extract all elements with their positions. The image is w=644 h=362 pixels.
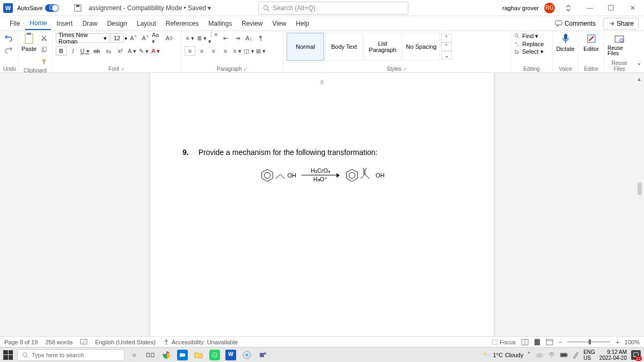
word-taskbar-icon[interactable]: W [225, 350, 236, 360]
document-page[interactable]: 8 9. Provide a mechanism for the followi… [150, 73, 494, 336]
web-layout-button[interactable] [546, 339, 553, 345]
whatsapp-icon[interactable] [209, 350, 220, 360]
tray-chevron-icon[interactable]: ˄ [528, 351, 531, 358]
styles-scroll-down[interactable]: ˅ [441, 42, 452, 51]
clear-format-button[interactable]: A◊ [164, 33, 174, 43]
font-size-select[interactable]: 12 [111, 33, 123, 43]
word-count[interactable]: 258 words [45, 339, 72, 345]
onedrive-icon[interactable] [535, 352, 544, 358]
maximize-button[interactable] [603, 1, 619, 16]
styles-gallery[interactable]: Normal Body Text List Paragraph No Spaci… [287, 33, 452, 61]
menu-mailings[interactable]: Mailings [204, 18, 236, 29]
sort-button[interactable]: A↓ [244, 33, 254, 43]
chrome-icon[interactable] [161, 350, 172, 360]
bold-button[interactable]: B [56, 46, 67, 56]
cortana-icon[interactable]: ○ [129, 350, 140, 360]
find-button[interactable]: Find ▾ [514, 33, 544, 40]
italic-button[interactable]: I [68, 46, 78, 56]
keyboard-lang-1[interactable]: ENG [583, 349, 595, 355]
text-effects-button[interactable]: A ▾ [127, 46, 137, 56]
change-case-button[interactable]: Aa ▾ [152, 33, 163, 43]
numbering-button[interactable]: ≣ ▾ [196, 33, 207, 43]
menu-help[interactable]: Help [291, 18, 313, 29]
increase-font-button[interactable]: A˄ [128, 33, 139, 43]
subscript-button[interactable]: x₂ [103, 46, 114, 56]
increase-indent-button[interactable]: ⇥ [232, 33, 243, 43]
clock[interactable]: 9:12 AM 2022-04-20 [599, 349, 627, 361]
menu-insert[interactable]: Insert [52, 18, 77, 29]
align-left-button[interactable]: ≡ [185, 46, 195, 56]
undo-button[interactable] [3, 33, 14, 43]
user-avatar[interactable]: RG [544, 3, 555, 13]
decrease-indent-button[interactable]: ⇤ [220, 33, 231, 43]
font-launcher-icon[interactable]: ⤢ [121, 67, 125, 72]
focus-button[interactable]: Focus [492, 339, 516, 345]
style-list-paragraph[interactable]: List Paragraph [364, 33, 401, 61]
redo-button[interactable] [3, 45, 14, 55]
weather-widget[interactable]: 1°C Cloudy [482, 351, 523, 359]
save-icon[interactable] [74, 4, 82, 12]
read-mode-button[interactable] [521, 339, 529, 345]
accessibility-indicator[interactable]: Accessibility: Unavailable [163, 339, 238, 345]
language-indicator[interactable]: English (United States) [95, 339, 156, 345]
camera-icon[interactable] [177, 350, 188, 360]
bullets-button[interactable]: ≡ ▾ [185, 33, 195, 43]
shading-button[interactable]: ◫ ▾ [244, 46, 254, 56]
menu-review[interactable]: Review [237, 18, 267, 29]
menu-layout[interactable]: Layout [133, 18, 160, 29]
zoom-out-button[interactable]: − [559, 339, 562, 345]
editor-button[interactable]: Editor [582, 33, 601, 52]
styles-scroll-up[interactable]: ˄ [441, 34, 452, 42]
menu-design[interactable]: Design [103, 18, 131, 29]
scroll-thumb[interactable] [638, 182, 642, 195]
superscript-button[interactable]: x² [115, 46, 126, 56]
format-painter-button[interactable] [39, 56, 49, 67]
menu-draw[interactable]: Draw [78, 18, 101, 29]
ribbon-display-icon[interactable] [560, 1, 576, 16]
notifications-button[interactable]: 22 [631, 350, 641, 360]
teams-icon[interactable] [258, 350, 268, 360]
style-normal[interactable]: Normal [287, 33, 324, 61]
underline-button[interactable]: U ▾ [79, 46, 90, 56]
print-layout-button[interactable] [534, 338, 540, 346]
close-button[interactable]: ✕ [625, 1, 641, 16]
borders-button[interactable]: ⊞ ▾ [255, 46, 266, 56]
dictate-button[interactable]: Dictate [556, 33, 575, 52]
cut-button[interactable] [39, 33, 49, 43]
ink-icon[interactable] [573, 351, 579, 359]
zoom-in-button[interactable]: + [616, 339, 619, 345]
wifi-icon[interactable] [548, 352, 555, 358]
menu-view[interactable]: View [268, 18, 291, 29]
autosave-toggle[interactable]: AutoSave On [17, 4, 68, 12]
styles-launcher-icon[interactable]: ⤢ [403, 67, 407, 72]
font-color-button[interactable]: A ▾ [150, 46, 161, 56]
highlight-button[interactable]: ✎ ▾ [138, 46, 149, 56]
strike-button[interactable]: ab [91, 46, 102, 56]
copy-button[interactable] [39, 45, 49, 55]
battery-icon[interactable] [560, 352, 568, 358]
show-marks-button[interactable]: ¶ [255, 33, 266, 43]
multilevel-button[interactable]: ⋮≡ ▾ [208, 33, 219, 43]
style-body-text[interactable]: Body Text [325, 33, 363, 61]
share-button[interactable]: Share [603, 18, 639, 29]
start-button[interactable] [3, 350, 13, 360]
paste-button[interactable]: Paste [21, 33, 36, 52]
spellcheck-icon[interactable] [80, 339, 87, 345]
style-no-spacing[interactable]: No Spacing [402, 33, 440, 61]
taskbar-search[interactable]: Type here to search [17, 349, 125, 361]
comments-button[interactable]: Comments [551, 18, 600, 29]
font-name-select[interactable]: Times New Roman▾ [56, 33, 109, 43]
zoom-slider[interactable] [567, 341, 610, 343]
document-area[interactable]: 8 9. Provide a mechanism for the followi… [0, 73, 644, 336]
scroll-up-icon[interactable]: ▴ [635, 75, 643, 82]
keyboard-lang-2[interactable]: US [583, 355, 595, 361]
copilot-icon[interactable] [241, 350, 252, 360]
replace-button[interactable]: Replace [514, 41, 544, 47]
file-explorer-icon[interactable] [193, 350, 204, 360]
menu-home[interactable]: Home [25, 17, 51, 30]
paragraph-launcher-icon[interactable]: ⤢ [243, 67, 247, 72]
line-spacing-button[interactable]: ≡ ▾ [232, 46, 243, 56]
justify-button[interactable]: ≡ [220, 46, 231, 56]
styles-more[interactable]: ⌄ [441, 51, 452, 60]
page-indicator[interactable]: Page 8 of 19 [4, 339, 38, 345]
